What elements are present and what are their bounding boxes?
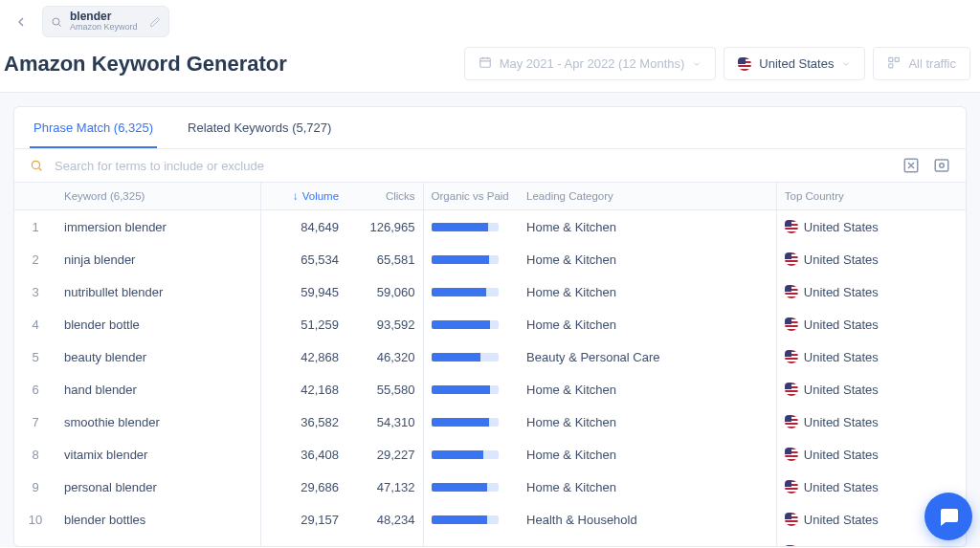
row-index: 11	[14, 536, 56, 546]
col-volume[interactable]: ↓Volume	[260, 183, 346, 210]
row-clicks: 55,580	[346, 373, 423, 406]
traffic-icon	[887, 55, 901, 72]
table-row[interactable]: 5beauty blender42,86846,320Beauty & Pers…	[14, 340, 966, 373]
col-organic-vs-paid[interactable]: Organic vs Paid	[423, 183, 519, 210]
calendar-icon	[479, 55, 492, 72]
flag-us-icon	[785, 285, 798, 298]
row-country: United States	[776, 438, 966, 471]
row-organic-vs-paid	[423, 308, 519, 340]
row-category: Home & Kitchen	[519, 536, 776, 546]
flag-us-icon	[785, 415, 798, 428]
traffic-picker[interactable]: All traffic	[873, 47, 970, 80]
row-index: 8	[14, 438, 56, 471]
svg-rect-4	[889, 64, 893, 68]
row-keyword: personal blender	[56, 471, 260, 503]
row-keyword: hand blender	[56, 373, 260, 406]
flag-us-icon	[785, 350, 798, 363]
row-keyword: portable blender	[56, 536, 260, 546]
row-volume: 59,945	[260, 275, 346, 308]
flag-us-icon	[785, 383, 798, 396]
row-organic-vs-paid	[423, 373, 519, 406]
keyword-subtitle: Amazon Keyword	[70, 23, 138, 33]
filter-input[interactable]	[53, 158, 397, 174]
row-organic-vs-paid	[423, 503, 519, 536]
row-country: United States	[776, 243, 966, 275]
tabs: Phrase Match (6,325) Related Keywords (5…	[14, 107, 966, 149]
row-clicks: 93,592	[346, 308, 423, 340]
chat-button[interactable]	[924, 493, 972, 540]
row-organic-vs-paid	[423, 536, 519, 546]
row-volume: 42,168	[260, 373, 346, 406]
settings-button[interactable]	[933, 157, 950, 174]
row-organic-vs-paid	[423, 471, 519, 503]
table-row[interactable]: 11portable blender22,61036,036Home & Kit…	[14, 536, 966, 546]
table-wrap[interactable]: Keyword (6,325) ↓Volume Clicks Organic v…	[14, 183, 966, 546]
row-clicks: 46,320	[346, 340, 423, 373]
table-row[interactable]: 7smoothie blender36,58254,310Home & Kitc…	[14, 406, 966, 438]
flag-us-icon	[785, 448, 798, 461]
country-label: United States	[759, 56, 834, 71]
search-within	[30, 158, 397, 174]
flag-us-icon	[738, 57, 751, 71]
row-volume: 65,534	[260, 243, 346, 275]
row-clicks: 36,036	[346, 536, 423, 546]
row-volume: 36,408	[260, 438, 346, 471]
col-keyword[interactable]: Keyword (6,325)	[56, 183, 260, 210]
row-organic-vs-paid	[423, 406, 519, 438]
row-clicks: 65,581	[346, 243, 423, 275]
row-category: Home & Kitchen	[519, 243, 776, 275]
row-keyword: beauty blender	[56, 340, 260, 373]
row-category: Home & Kitchen	[519, 406, 776, 438]
topbar: blender Amazon Keyword	[0, 0, 980, 43]
back-button[interactable]	[10, 11, 33, 33]
keyword-pill[interactable]: blender Amazon Keyword	[42, 6, 169, 37]
table-row[interactable]: 10blender bottles29,15748,234Health & Ho…	[14, 503, 966, 536]
row-keyword: smoothie blender	[56, 406, 260, 438]
search-icon	[51, 16, 62, 28]
row-category: Home & Kitchen	[519, 308, 776, 340]
export-excel-button[interactable]	[902, 157, 920, 174]
chevron-down-icon	[841, 59, 851, 69]
row-index: 5	[14, 340, 56, 373]
table-row[interactable]: 1immersion blender84,649126,965Home & Ki…	[14, 210, 966, 244]
row-keyword: blender bottle	[56, 308, 260, 340]
col-clicks[interactable]: Clicks	[346, 183, 423, 210]
row-category: Home & Kitchen	[519, 275, 776, 308]
row-clicks: 59,060	[346, 275, 423, 308]
svg-point-8	[940, 164, 945, 168]
row-volume: 51,259	[260, 308, 346, 340]
col-top-country[interactable]: Top Country	[776, 183, 966, 210]
pencil-icon[interactable]	[149, 16, 161, 28]
main-shell: Phrase Match (6,325) Related Keywords (5…	[0, 93, 980, 547]
tab-phrase-match[interactable]: Phrase Match (6,325)	[30, 107, 157, 148]
svg-rect-7	[935, 160, 948, 171]
table-row[interactable]: 9personal blender29,68647,132Home & Kitc…	[14, 471, 966, 503]
results-panel: Phrase Match (6,325) Related Keywords (5…	[13, 106, 967, 547]
svg-rect-3	[896, 57, 900, 61]
col-leading-category[interactable]: Leading Category	[519, 183, 776, 210]
country-picker[interactable]: United States	[724, 47, 865, 80]
table-row[interactable]: 8vitamix blender36,40829,227Home & Kitch…	[14, 438, 966, 471]
row-clicks: 48,234	[346, 503, 423, 536]
table-row[interactable]: 6hand blender42,16855,580Home & KitchenU…	[14, 373, 966, 406]
row-organic-vs-paid	[423, 438, 519, 471]
row-index: 9	[14, 471, 56, 503]
col-volume-label: Volume	[302, 190, 339, 202]
row-keyword: nutribullet blender	[56, 275, 260, 308]
table-row[interactable]: 4blender bottle51,25993,592Home & Kitche…	[14, 308, 966, 340]
tab-related-keywords[interactable]: Related Keywords (5,727)	[184, 107, 335, 148]
row-volume: 36,582	[260, 406, 346, 438]
action-icons	[902, 157, 950, 174]
table-row[interactable]: 2ninja blender65,53465,581Home & Kitchen…	[14, 243, 966, 275]
date-range-picker[interactable]: May 2021 - Apr 2022 (12 Months)	[464, 47, 717, 80]
row-country: United States	[776, 406, 966, 438]
table-row[interactable]: 3nutribullet blender59,94559,060Home & K…	[14, 275, 966, 308]
flag-us-icon	[785, 480, 798, 493]
row-clicks: 47,132	[346, 471, 423, 503]
col-index	[14, 183, 56, 210]
flag-us-icon	[785, 513, 798, 526]
row-country: United States	[776, 373, 966, 406]
row-organic-vs-paid	[423, 340, 519, 373]
svg-rect-1	[479, 58, 490, 67]
traffic-label: All traffic	[908, 56, 956, 71]
